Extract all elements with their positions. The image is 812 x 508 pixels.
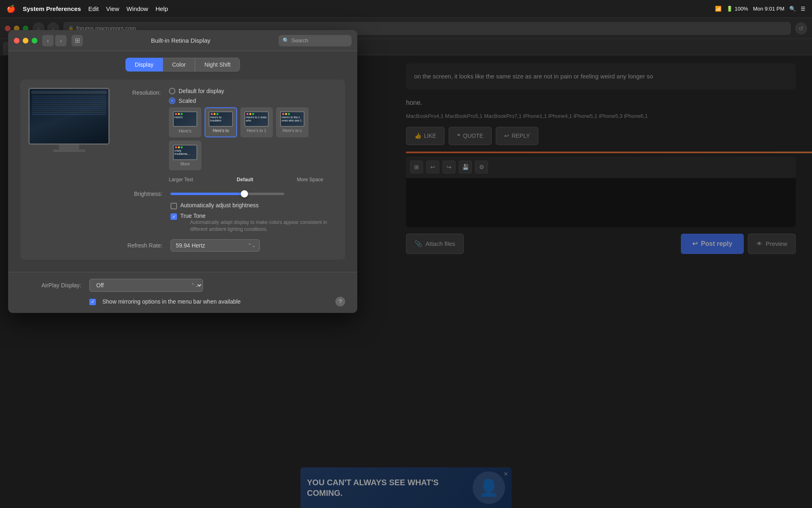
menubar-battery: 🔋 100% (726, 6, 748, 12)
scaled-option-screen-3: Here's to 1 ones who (244, 111, 269, 127)
monitor-screen (28, 88, 110, 145)
refresh-rate-select[interactable]: 59.94 Hertz 60 Hertz (171, 239, 260, 252)
syspref-body: Resolution: Default for display Scaled (8, 72, 357, 272)
monitor-stand (59, 145, 79, 150)
so-red-1 (175, 113, 177, 115)
syspref-traffic-lights (14, 38, 37, 43)
so-yellow-1 (178, 113, 180, 115)
brightness-slider[interactable] (171, 193, 284, 195)
scaled-option-3[interactable]: Here's to 1 ones who Here's to 1 (240, 107, 273, 137)
brightness-slider-container (171, 193, 337, 195)
brightness-thumb[interactable] (241, 190, 248, 198)
syspref-nav-buttons: ‹ › (42, 35, 67, 46)
so-yellow-4 (285, 113, 287, 115)
scaled-option-label-2: Here's to (213, 128, 229, 133)
radio-scaled[interactable] (169, 98, 175, 104)
so-red-2 (211, 113, 213, 115)
menubar-clock: Mon 9:01 PM (753, 6, 784, 12)
airplay-row: AirPlay Display: Off ⌃⌄ (20, 279, 345, 292)
monitor-line-10 (32, 114, 106, 115)
auto-brightness-checkbox[interactable] (171, 203, 177, 209)
mirroring-checkbox[interactable]: ✓ (89, 299, 96, 305)
so-red-5 (175, 146, 177, 148)
tab-night-shift[interactable]: Night Shift (195, 58, 240, 72)
scaled-option-1[interactable]: Here's Here's (169, 107, 201, 137)
so-green-3 (252, 113, 254, 115)
scaled-option-screen-4: Here's to the c ones who see 1 (280, 111, 304, 127)
syspref-back-button[interactable]: ‹ (42, 35, 54, 46)
scaled-label-default: Default (237, 177, 253, 182)
scaled-option-text-1: Here's (174, 116, 197, 119)
menubar-view[interactable]: View (106, 5, 119, 12)
search-placeholder: Search (292, 37, 308, 43)
apple-menu[interactable]: 🍎 (6, 4, 15, 13)
resolution-scaled-label: Scaled (179, 98, 196, 104)
monitor-content-sim (31, 95, 107, 142)
airplay-select[interactable]: Off (89, 279, 203, 292)
monitor-line-3 (32, 100, 106, 101)
monitor-menubar-sim (31, 91, 107, 94)
menubar-window[interactable]: Window (127, 5, 148, 12)
syspref-tabs: Display Color Night Shift (8, 51, 357, 72)
monitor-base (53, 150, 85, 152)
menubar-edit[interactable]: Edit (88, 5, 99, 12)
scaled-option-traffic-4 (281, 112, 304, 116)
resolution-row: Resolution: Default for display Scaled (122, 88, 337, 182)
monitor-line-7 (32, 108, 106, 109)
menubar-left: 🍎 System Preferences Edit View Window He… (6, 4, 715, 13)
scaled-option-screen-5: crazy troublema... (173, 145, 197, 160)
menubar-help[interactable]: Help (155, 5, 168, 12)
true-tone-desc: Automatically adapt display to make colo… (190, 219, 337, 233)
brightness-label: Brightness: (122, 191, 162, 197)
display-settings: Resolution: Default for display Scaled (122, 88, 337, 252)
so-yellow-2 (214, 113, 216, 115)
resolution-scaled-option[interactable]: Scaled (169, 98, 337, 104)
resolution-default-label: Default for display (179, 88, 224, 94)
scaled-option-5[interactable]: crazy troublema... More (169, 141, 201, 170)
monitor-preview (28, 88, 110, 252)
syspref-search-bar[interactable]: 🔍 Search (279, 35, 352, 46)
syspref-forward-button[interactable]: › (55, 35, 67, 46)
so-green-4 (288, 113, 290, 115)
syspref-grid-button[interactable]: ⊞ (71, 35, 83, 46)
airplay-label: AirPlay Display: (20, 282, 81, 289)
syspref-close-button[interactable] (14, 38, 19, 43)
monitor-line-1 (32, 96, 106, 97)
refresh-rate-label: Refresh Rate: (122, 242, 162, 249)
refresh-rate-select-wrapper: 59.94 Hertz 60 Hertz ⌃⌄ (171, 239, 260, 252)
scaled-option-text-4: Here's to the c ones who see 1 (281, 116, 304, 123)
tab-display[interactable]: Display (125, 58, 163, 72)
syspref-display-window: ‹ › ⊞ Built-in Retina Display 🔍 Search D… (8, 30, 357, 313)
scaled-option-label-5: More (180, 162, 190, 166)
scaled-label-larger: Larger Text (169, 177, 193, 182)
monitor-line-9 (32, 112, 106, 113)
menubar-search-icon[interactable]: 🔍 (789, 6, 796, 12)
auto-brightness-label: Automatically adjust brightness (180, 202, 259, 208)
scaled-option-text-5: crazy troublema... (174, 149, 197, 156)
scaled-option-4[interactable]: Here's to the c ones who see 1 Here's to… (276, 107, 309, 137)
tab-color[interactable]: Color (163, 58, 195, 72)
scaled-option-traffic-1 (174, 112, 197, 116)
true-tone-checkbox[interactable]: ✓ (171, 213, 177, 220)
scaled-option-screen-1: Here's (173, 111, 197, 127)
syspref-minimize-button[interactable] (23, 38, 28, 43)
display-area: Resolution: Default for display Scaled (20, 80, 345, 260)
scaled-option-traffic-2 (209, 112, 232, 116)
auto-brightness-row: Automatically adjust brightness (171, 202, 337, 209)
syspref-maximize-button[interactable] (32, 38, 37, 43)
true-tone-row: ✓ True Tone Automatically adapt display … (171, 213, 337, 233)
syspref-titlebar: ‹ › ⊞ Built-in Retina Display 🔍 Search (8, 30, 357, 51)
brightness-row: Brightness: (122, 191, 337, 197)
menubar-system-preferences[interactable]: System Preferences (23, 5, 81, 12)
help-button[interactable]: ? (335, 297, 345, 306)
menubar-notifications-icon[interactable]: ☰ (801, 6, 806, 12)
resolution-label: Resolution: (122, 88, 161, 96)
syspref-overlay: ‹ › ⊞ Built-in Retina Display 🔍 Search D… (0, 18, 812, 508)
monitor-line-2 (32, 98, 106, 99)
monitor-line-4 (32, 102, 106, 103)
radio-default[interactable] (169, 88, 175, 94)
scaled-option-2[interactable]: Here's to troublem Here's to (205, 107, 237, 137)
resolution-default-option[interactable]: Default for display (169, 88, 337, 94)
monitor-line-5 (32, 104, 106, 105)
syspref-title: Built-in Retina Display (88, 37, 274, 44)
